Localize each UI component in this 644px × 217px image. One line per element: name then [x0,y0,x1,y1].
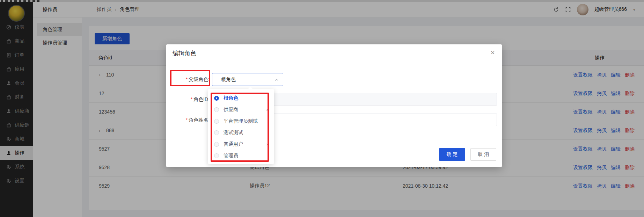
annotation-box-parent-role-label [170,70,210,86]
confirm-button[interactable]: 确 定 [439,148,465,161]
role-id-label: *角色ID: [166,93,210,106]
role-name-label: *角色姓名: [166,114,210,126]
cancel-button[interactable]: 取 消 [470,148,496,161]
app-root: 仪表商品订单应用会员财务供应商供应链商城操作系统设置 操作员 角色管理操作员管理… [0,0,644,217]
close-icon[interactable]: ✕ [490,50,495,56]
modal-title: 编辑角色 [173,49,196,57]
chevron-up-icon [275,78,279,82]
parent-role-select[interactable]: 根角色 [212,73,283,86]
parent-role-select-value: 根角色 [221,73,236,86]
annotation-box-dropdown-options [211,93,269,162]
